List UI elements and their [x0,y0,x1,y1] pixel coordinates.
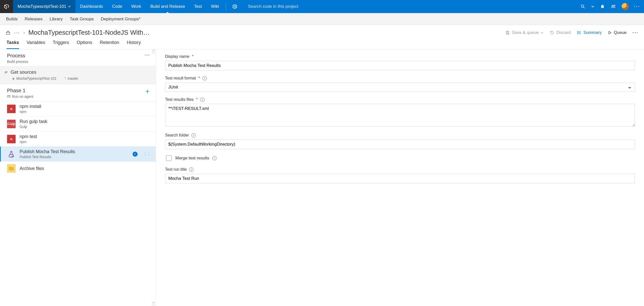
drag-handle-icon[interactable]: ⋮⋮ [142,152,151,156]
test-format-select[interactable]: JUnit [165,82,635,92]
task-title: Archive files [20,166,44,171]
task-row-npm-test[interactable]: n npm test npm [0,132,156,147]
search-input[interactable] [248,4,337,9]
info-icon[interactable]: i [212,156,217,160]
definition-title: MochaTypescriptTest-101-NodeJS With… [28,29,150,36]
svg-marker-14 [609,31,611,34]
svg-point-1 [581,5,584,7]
tab-retention[interactable]: Retention [100,40,119,49]
scroll-up-icon[interactable]: ˄ [152,49,155,54]
nav-dashboards[interactable]: Dashboards [75,0,108,13]
task-editor-panel: Display name * Test result format * i JU… [156,49,644,306]
svg-point-3 [612,5,613,7]
user-avatar[interactable] [622,3,629,10]
global-topbar: MochaTypescriptTest-101 Dashboards Code … [0,0,644,13]
undo-icon [550,30,554,35]
gulp-icon: Gulp [7,120,16,128]
tab-variables[interactable]: Variables [27,40,45,49]
merge-results-checkbox[interactable] [166,155,172,161]
task-row-gulp[interactable]: Gulp Run gulp task Gulp [0,116,156,132]
task-row-npm-install[interactable]: n npm install npm [0,101,156,116]
npm-icon: n [7,105,16,113]
nav-work[interactable]: Work [127,0,146,13]
project-picker[interactable]: MochaTypescriptTest-101 [13,0,75,13]
summary-button[interactable]: Summary [577,30,602,35]
required-marker: * [192,54,193,59]
nav-test[interactable]: Test [189,0,206,13]
required-marker: * [196,97,198,102]
task-title: Run gulp task [20,119,47,124]
phase-title: Phase 1 [7,88,33,94]
info-icon[interactable]: i [191,133,196,138]
search-folder-input[interactable] [165,140,635,149]
display-name-input[interactable] [165,61,635,70]
discard-button[interactable]: Discard [550,30,571,35]
task-title: npm install [20,104,41,109]
project-name: MochaTypescriptTest-101 [18,4,66,9]
flask-icon [7,150,16,158]
save-and-queue-button[interactable]: Save & queue [505,30,544,35]
subnav-library[interactable]: Library [50,17,63,22]
process-title: Process [7,53,28,59]
marketplace-icon[interactable] [600,4,605,9]
task-row-publish-results[interactable]: Publish Mocha Test Results Publish Test … [0,147,156,162]
task-enabled-badge[interactable]: ✓ [133,152,138,157]
people-icon[interactable] [611,4,616,9]
build-definition-icon [6,30,11,35]
test-files-textarea[interactable]: **\TEST-RESULT.xml [165,104,635,126]
breadcrumb-chevron: › [23,30,25,35]
svg-rect-7 [507,33,508,34]
tab-history[interactable]: History [127,40,141,49]
search-icon[interactable] [580,4,585,9]
get-sources-title: Get sources [11,69,36,75]
nav-build-release[interactable]: Build and Release [146,0,189,13]
svg-point-11 [577,31,578,32]
required-marker: * [198,76,200,80]
add-task-button[interactable]: ＋ [144,88,151,94]
queue-button[interactable]: Queue [608,30,627,35]
nav-wiki[interactable]: Wiki [207,0,224,13]
get-sources-node[interactable]: ⇄ Get sources MochaTypescriptTest-101 ma… [0,66,156,84]
save-icon [505,30,510,35]
settings-gear[interactable] [228,0,242,13]
subnav-task-groups[interactable]: Task Groups [70,17,94,22]
info-icon[interactable]: i [203,76,207,80]
process-node[interactable]: Process Build process ··· [0,49,156,66]
breadcrumb-overflow[interactable]: ··· [14,30,20,35]
editor-tabs: Tasks Variables Triggers Options Retenti… [0,36,644,49]
svg-point-12 [577,32,578,33]
toolbar-overflow[interactable]: ··· [633,30,638,35]
svg-rect-15 [8,96,10,97]
tab-triggers[interactable]: Triggers [53,40,69,49]
vsts-logo[interactable] [0,0,13,13]
tab-tasks[interactable]: Tasks [7,40,19,49]
svg-point-0 [234,6,235,7]
phase-node[interactable]: Phase 1 Run on agent ＋ [0,84,156,101]
info-icon[interactable]: i [189,167,193,172]
subnav-releases[interactable]: Releases [25,17,43,22]
svg-rect-6 [507,31,508,32]
task-title: Publish Mocha Test Results [20,149,75,154]
overflow-menu[interactable]: ··· [634,4,640,9]
search-scope-chevron[interactable] [591,5,594,8]
task-subtitle: npm [20,140,37,144]
nav-code[interactable]: Code [107,0,127,13]
task-row-archive[interactable]: Archive files [0,162,156,175]
gear-icon [232,4,237,9]
svg-line-2 [583,7,584,8]
task-subtitle: Gulp [20,125,47,129]
info-icon[interactable]: i [200,98,205,102]
run-title-input[interactable] [165,174,635,183]
task-subtitle: npm [20,110,41,114]
tab-options[interactable]: Options [77,40,92,49]
process-overflow[interactable]: ··· [145,53,150,57]
scroll-down-icon[interactable]: ˅ [152,301,155,306]
hub-subnav: Builds Releases Library Task Groups Depl… [0,13,644,25]
subnav-builds[interactable]: Builds [6,17,18,22]
test-files-label: Test results files [165,97,194,102]
subnav-deployment-groups[interactable]: Deployment Groups* [101,17,141,22]
phase-subtitle: Run on agent [12,95,33,99]
task-title: npm test [20,134,37,139]
source-branch: master [64,76,78,80]
run-title-label: Test run title [165,167,187,172]
